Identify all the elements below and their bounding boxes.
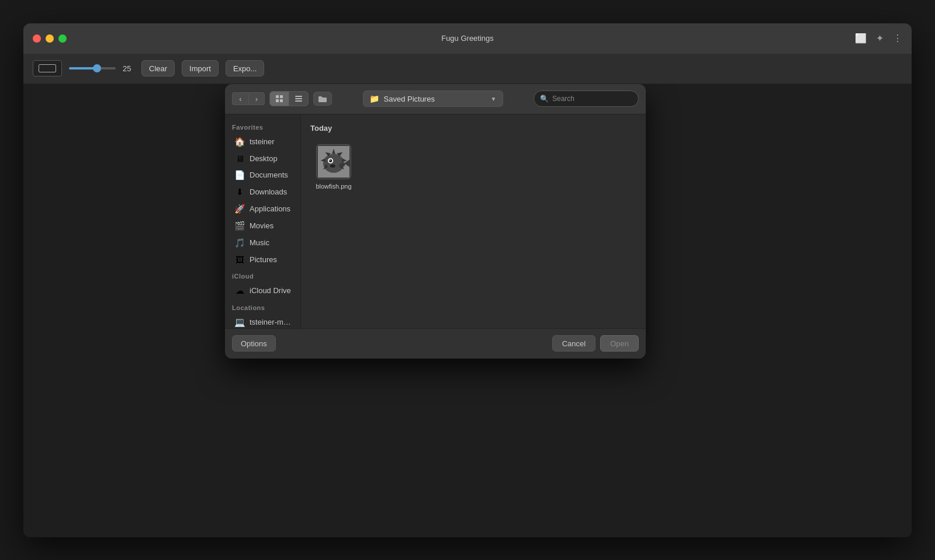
documents-icon: 📄 — [234, 170, 245, 180]
search-input[interactable] — [552, 95, 632, 103]
sidebar: Favorites 🏠 tsteiner 🖥 Desktop 📄 Documen… — [225, 114, 301, 328]
sidebar-item-documents[interactable]: 📄 Documents — [227, 167, 298, 183]
location-chevron-icon: ▼ — [491, 96, 497, 102]
title-bar: Fugu Greetings ⬜ ✦ ⋮ — [23, 23, 912, 54]
location-dropdown[interactable]: 📁 Saved Pictures ▼ — [363, 91, 503, 107]
file-grid: blowfish.png — [310, 140, 636, 194]
slider-value: 25 — [123, 64, 134, 73]
slider-thumb[interactable] — [93, 64, 101, 72]
main-content: ‹ › — [23, 84, 912, 537]
sidebar-item-label: iCloud Drive — [250, 286, 291, 295]
svg-point-19 — [330, 164, 335, 167]
sidebar-item-pictures[interactable]: 🖼 Pictures — [227, 252, 298, 267]
search-icon: 🔍 — [540, 95, 549, 103]
search-box: 🔍 — [534, 91, 639, 107]
size-indicator — [33, 60, 62, 76]
sidebar-item-icloud-drive[interactable]: ☁ iCloud Drive — [227, 283, 298, 299]
document-icon[interactable]: ⬜ — [855, 33, 867, 44]
music-icon: 🎵 — [234, 238, 245, 248]
dialog-body: Favorites 🏠 tsteiner 🖥 Desktop 📄 Documen… — [225, 114, 646, 328]
home-icon: 🏠 — [234, 137, 245, 147]
maximize-button[interactable] — [58, 34, 67, 43]
export-button[interactable]: Expo... — [226, 60, 264, 76]
svg-rect-3 — [280, 99, 283, 102]
view-mode-group — [269, 91, 309, 106]
options-button[interactable]: Options — [232, 335, 276, 352]
location-folder-icon: 📁 — [369, 94, 379, 103]
nav-button-group: ‹ › — [232, 92, 265, 105]
sidebar-item-desktop[interactable]: 🖥 Desktop — [227, 151, 298, 166]
mac-window: Fugu Greetings ⬜ ✦ ⋮ 25 Clear Import Exp… — [23, 23, 912, 537]
sidebar-item-label: tsteiner — [250, 137, 275, 146]
applications-icon: 🚀 — [234, 204, 245, 214]
desktop-icon: 🖥 — [234, 154, 245, 164]
locations-label: Locations — [225, 300, 300, 314]
more-icon[interactable]: ⋮ — [893, 33, 902, 44]
open-button[interactable]: Open — [600, 335, 639, 352]
file-area: Today — [301, 114, 646, 328]
sidebar-item-tsteiner[interactable]: 🏠 tsteiner — [227, 134, 298, 150]
sidebar-item-downloads[interactable]: ⬇ Downloads — [227, 184, 298, 200]
svg-point-17 — [329, 159, 332, 162]
file-name: blowfish.png — [316, 183, 351, 190]
pictures-icon: 🖼 — [234, 255, 245, 265]
list-view-button[interactable] — [289, 92, 308, 106]
grid-view-button[interactable] — [270, 92, 289, 106]
window-title: Fugu Greetings — [441, 34, 494, 43]
sidebar-item-label: Movies — [250, 221, 273, 230]
main-toolbar: 25 Clear Import Expo... — [23, 54, 912, 84]
today-section-label: Today — [310, 124, 636, 133]
sidebar-item-label: Documents — [250, 171, 288, 179]
file-dialog: ‹ › — [225, 84, 646, 359]
svg-rect-0 — [276, 95, 279, 98]
icloud-icon: ☁ — [234, 286, 245, 296]
sidebar-item-label: Music — [250, 238, 269, 247]
sidebar-item-applications[interactable]: 🚀 Applications — [227, 201, 298, 217]
svg-rect-4 — [295, 96, 302, 97]
forward-button[interactable]: › — [248, 92, 265, 105]
dialog-footer: Options Cancel Open — [225, 328, 646, 359]
cancel-button[interactable]: Cancel — [552, 335, 595, 352]
svg-rect-1 — [280, 95, 283, 98]
sidebar-item-music[interactable]: 🎵 Music — [227, 235, 298, 251]
import-button[interactable]: Import — [182, 60, 219, 76]
title-bar-actions: ⬜ ✦ ⋮ — [855, 33, 902, 44]
folder-up-button[interactable] — [313, 92, 332, 106]
clear-button[interactable]: Clear — [141, 60, 175, 76]
svg-rect-2 — [276, 99, 279, 102]
icloud-label: iCloud — [225, 268, 300, 282]
svg-point-18 — [330, 159, 331, 161]
sidebar-item-tsteiner-macb[interactable]: 💻 tsteiner-macb... — [227, 314, 298, 328]
dialog-toolbar: ‹ › — [225, 84, 646, 114]
blowfish-image — [318, 146, 349, 178]
slider-container — [69, 67, 116, 69]
sidebar-item-movies[interactable]: 🎬 Movies — [227, 218, 298, 234]
puzzle-icon[interactable]: ✦ — [876, 33, 884, 44]
back-button[interactable]: ‹ — [232, 92, 248, 105]
location-name: Saved Pictures — [384, 95, 486, 103]
traffic-lights — [33, 34, 67, 43]
minimize-button[interactable] — [46, 34, 54, 43]
sidebar-item-label: Applications — [250, 204, 290, 213]
size-indicator-inner — [39, 64, 56, 72]
movies-icon: 🎬 — [234, 221, 245, 231]
svg-rect-5 — [295, 98, 302, 99]
favorites-label: Favorites — [225, 119, 300, 133]
close-button[interactable] — [33, 34, 41, 43]
svg-rect-6 — [295, 100, 302, 102]
sidebar-item-label: Pictures — [250, 255, 277, 264]
size-slider[interactable] — [69, 67, 116, 69]
file-item-blowfish[interactable]: blowfish.png — [310, 140, 357, 194]
sidebar-item-label: Desktop — [250, 154, 278, 163]
sidebar-item-label: tsteiner-macb... — [250, 318, 291, 326]
downloads-icon: ⬇ — [234, 187, 245, 197]
sidebar-item-label: Downloads — [250, 187, 287, 196]
laptop-icon: 💻 — [234, 317, 245, 328]
file-thumbnail — [316, 144, 351, 179]
